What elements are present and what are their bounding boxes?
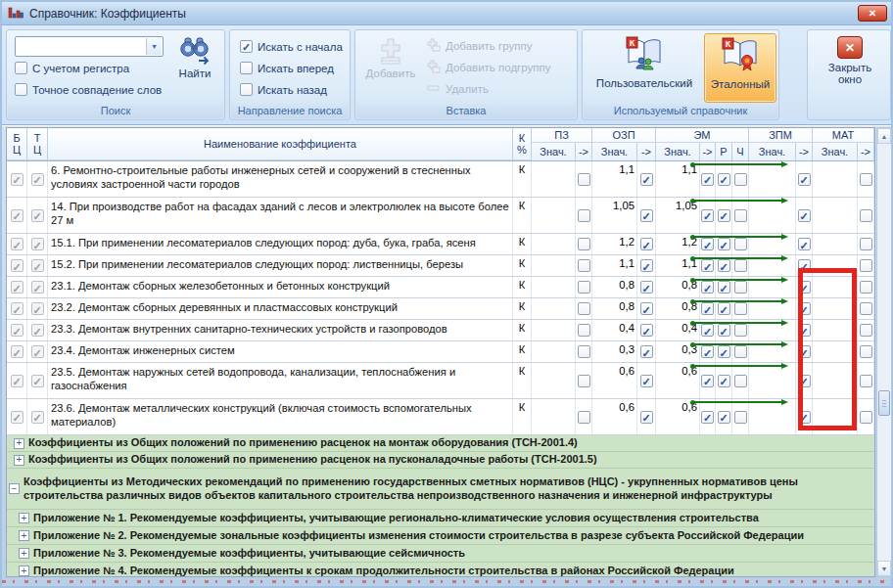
pz-apply-checkbox[interactable] xyxy=(578,411,590,424)
mat-apply-checkbox[interactable] xyxy=(860,302,872,315)
group-row[interactable]: Приложение № 2. Рекомендуемые зональные … xyxy=(7,527,874,545)
em-apply-checkbox[interactable] xyxy=(701,281,714,294)
table-row[interactable]: 23.6. Демонтаж металлических конструкций… xyxy=(7,399,874,435)
mat-apply-checkbox[interactable] xyxy=(860,375,872,387)
zpm-apply-checkbox[interactable] xyxy=(798,209,811,222)
em-r-checkbox[interactable] xyxy=(718,324,730,337)
pz-apply-checkbox[interactable] xyxy=(578,173,590,186)
zpm-apply-checkbox[interactable] xyxy=(798,173,811,186)
em-r-checkbox[interactable] xyxy=(718,281,730,294)
mat-apply-checkbox[interactable] xyxy=(860,238,872,250)
table-row[interactable]: 23.2. Демонтаж сборных деревянных и плас… xyxy=(7,298,874,320)
table-row[interactable]: 15.2. При применении лесоматериалов след… xyxy=(7,255,874,277)
em-ch-checkbox[interactable] xyxy=(734,324,747,337)
ozp-apply-checkbox[interactable] xyxy=(640,411,653,424)
em-apply-checkbox[interactable] xyxy=(701,209,714,222)
user-refbook-button[interactable]: К Пользовательский xyxy=(587,33,702,103)
scroll-up-icon[interactable] xyxy=(877,128,891,144)
scrollbar-track[interactable] xyxy=(877,144,891,561)
expand-icon[interactable] xyxy=(19,530,29,541)
titlebar-close-button[interactable] xyxy=(858,5,887,22)
etalon-refbook-button[interactable]: К Эталонный xyxy=(704,33,776,103)
ozp-apply-checkbox[interactable] xyxy=(640,238,653,250)
pz-apply-checkbox[interactable] xyxy=(578,259,590,272)
mat-apply-checkbox[interactable] xyxy=(860,259,872,272)
add-group-button[interactable]: Добавить группу xyxy=(426,38,532,54)
exact-match-checkbox[interactable]: Точное совпадение слов xyxy=(15,83,162,96)
table-row[interactable]: 14. При производстве работ на фасадах зд… xyxy=(7,198,874,234)
pz-apply-checkbox[interactable] xyxy=(578,209,590,222)
pz-apply-checkbox[interactable] xyxy=(578,302,590,315)
collapse-icon[interactable] xyxy=(9,483,20,494)
em-ch-checkbox[interactable] xyxy=(734,259,747,272)
ozp-apply-checkbox[interactable] xyxy=(640,209,653,222)
ozp-apply-checkbox[interactable] xyxy=(640,324,653,337)
chevron-down-icon[interactable] xyxy=(146,38,162,55)
close-window-button[interactable]: Закрыть окно xyxy=(816,32,884,104)
em-apply-checkbox[interactable] xyxy=(701,375,714,387)
mat-apply-checkbox[interactable] xyxy=(860,209,872,222)
mat-apply-checkbox[interactable] xyxy=(860,173,872,186)
table-row[interactable]: 23.5. Демонтаж наружных сетей водопровод… xyxy=(7,363,874,399)
em-r-checkbox[interactable] xyxy=(718,302,730,315)
pz-apply-checkbox[interactable] xyxy=(578,238,590,250)
em-r-checkbox[interactable] xyxy=(718,259,730,272)
add-subgroup-button[interactable]: Добавить подгруппу xyxy=(426,60,551,75)
em-apply-checkbox[interactable] xyxy=(701,345,714,358)
em-r-checkbox[interactable] xyxy=(718,375,730,387)
table-row[interactable]: 15.1. При применении лесоматериалов след… xyxy=(7,234,874,255)
search-input[interactable] xyxy=(15,36,164,57)
em-r-checkbox[interactable] xyxy=(718,345,730,358)
pz-apply-checkbox[interactable] xyxy=(578,281,590,294)
mat-apply-checkbox[interactable] xyxy=(860,281,872,294)
mat-apply-checkbox[interactable] xyxy=(860,345,872,358)
em-ch-checkbox[interactable] xyxy=(734,238,747,250)
group-row[interactable]: Приложение № 1. Рекомендуемые коэффициен… xyxy=(7,510,874,527)
em-apply-checkbox[interactable] xyxy=(701,259,714,272)
scroll-down-icon[interactable] xyxy=(877,561,891,576)
ozp-apply-checkbox[interactable] xyxy=(640,259,653,272)
group-row[interactable]: Коэффициенты из Общих положений по приме… xyxy=(7,452,874,469)
em-r-checkbox[interactable] xyxy=(718,411,730,424)
table-row[interactable]: 6. Ремонтно-строительные работы инженерн… xyxy=(7,161,874,198)
em-apply-checkbox[interactable] xyxy=(701,173,714,186)
ozp-apply-checkbox[interactable] xyxy=(640,302,653,315)
em-ch-checkbox[interactable] xyxy=(734,209,747,222)
expand-icon[interactable] xyxy=(19,565,29,576)
scrollbar-thumb[interactable] xyxy=(878,390,890,416)
table-row[interactable]: 23.4. Демонтаж инженерных системК0,30,3 xyxy=(7,341,874,363)
group-row[interactable]: Приложение № 3. Рекомендуемые коэффициен… xyxy=(7,545,874,563)
pz-apply-checkbox[interactable] xyxy=(578,375,590,387)
find-button[interactable]: Найти xyxy=(169,34,220,101)
em-ch-checkbox[interactable] xyxy=(734,173,747,186)
table-row[interactable]: 23.1. Демонтаж сборных железобетонных и … xyxy=(7,277,874,298)
em-ch-checkbox[interactable] xyxy=(734,281,747,294)
mat-apply-checkbox[interactable] xyxy=(860,411,872,424)
table-row[interactable]: 23.3. Демонтаж внутренних санитарно-техн… xyxy=(7,320,874,341)
search-backward-checkbox[interactable]: Искать назад xyxy=(240,83,327,96)
group-row[interactable]: Приложение № 4. Рекомендуемые коэффициен… xyxy=(7,563,874,577)
em-apply-checkbox[interactable] xyxy=(701,302,714,315)
pz-apply-checkbox[interactable] xyxy=(578,345,590,358)
search-forward-checkbox[interactable]: Искать вперед xyxy=(240,62,334,74)
em-r-checkbox[interactable] xyxy=(718,238,730,250)
em-apply-checkbox[interactable] xyxy=(701,324,714,337)
pz-apply-checkbox[interactable] xyxy=(578,324,590,337)
em-r-checkbox[interactable] xyxy=(718,173,730,186)
delete-button[interactable]: Удалить xyxy=(426,81,489,97)
em-ch-checkbox[interactable] xyxy=(734,411,747,424)
vertical-scrollbar[interactable] xyxy=(876,127,892,577)
em-apply-checkbox[interactable] xyxy=(701,238,714,250)
zpm-apply-checkbox[interactable] xyxy=(798,238,811,250)
em-apply-checkbox[interactable] xyxy=(701,411,714,424)
case-sensitive-checkbox[interactable]: С учетом регистра xyxy=(15,62,129,74)
em-ch-checkbox[interactable] xyxy=(734,345,747,358)
ozp-apply-checkbox[interactable] xyxy=(640,173,653,186)
expand-icon[interactable] xyxy=(14,438,24,449)
group-row[interactable]: Коэффициенты из Методических рекомендаци… xyxy=(7,469,874,510)
ozp-apply-checkbox[interactable] xyxy=(640,375,653,387)
ozp-apply-checkbox[interactable] xyxy=(640,345,653,358)
expand-icon[interactable] xyxy=(19,513,29,523)
expand-icon[interactable] xyxy=(19,548,29,559)
add-button[interactable]: Добавить xyxy=(361,36,420,101)
